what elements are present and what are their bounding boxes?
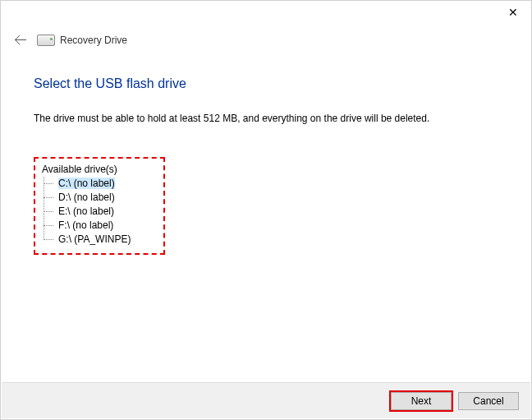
drive-item-label: C:\ (no label) [58,178,115,189]
drive-list: C:\ (no label)D:\ (no label)E:\ (no labe… [40,177,155,247]
back-button[interactable]: 🡠 [12,32,29,48]
footer: Next Cancel [2,382,530,418]
page-heading: Select the USB flash drive [34,76,498,91]
drive-item-label: G:\ (PA_WINPE) [58,233,131,245]
cancel-button[interactable]: Cancel [458,392,519,410]
drive-item-label: F:\ (no label) [58,219,113,231]
instruction-text: The drive must be able to hold at least … [34,113,498,124]
drive-item[interactable]: D:\ (no label) [48,191,155,205]
titlebar: ✕ [1,1,531,24]
recovery-drive-window: ✕ 🡠 Recovery Drive Select the USB flash … [0,0,532,420]
drive-icon [37,35,55,46]
tree-root-label[interactable]: Available drive(s) [40,164,155,175]
drive-item[interactable]: G:\ (PA_WINPE) [48,233,155,247]
drive-item-label: E:\ (no label) [58,205,114,217]
close-icon: ✕ [508,6,518,19]
drive-item[interactable]: E:\ (no label) [48,205,155,219]
window-title: Recovery Drive [60,35,127,46]
next-button[interactable]: Next [391,392,452,410]
close-button[interactable]: ✕ [494,1,531,24]
drive-item-label: D:\ (no label) [58,192,115,203]
header: 🡠 Recovery Drive [1,24,531,52]
content-area: Select the USB flash drive The drive mus… [1,52,531,255]
drive-item[interactable]: F:\ (no label) [48,219,155,233]
drive-item[interactable]: C:\ (no label) [48,177,155,191]
drive-tree-highlight: Available drive(s) C:\ (no label)D:\ (no… [34,157,165,255]
back-arrow-icon: 🡠 [14,33,27,48]
